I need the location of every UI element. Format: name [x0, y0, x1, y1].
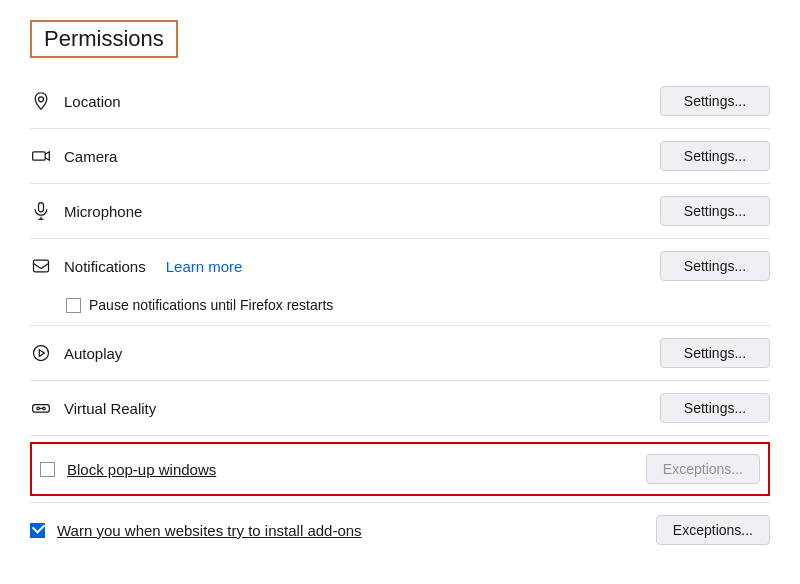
camera-row: Camera Settings... — [30, 131, 770, 181]
warn-addons-checkbox[interactable] — [30, 523, 45, 538]
vr-left: Virtual Reality — [30, 397, 156, 419]
autoplay-icon — [30, 342, 52, 364]
vr-row: Virtual Reality Settings... — [30, 383, 770, 433]
warn-addons-label: Warn you when websites try to install ad… — [57, 522, 362, 539]
location-label: Location — [64, 93, 121, 110]
vr-settings-button[interactable]: Settings... — [660, 393, 770, 423]
block-popup-exceptions-button[interactable]: Exceptions... — [646, 454, 760, 484]
svg-point-10 — [43, 407, 46, 410]
notifications-settings-button[interactable]: Settings... — [660, 251, 770, 281]
vr-label: Virtual Reality — [64, 400, 156, 417]
camera-icon — [30, 145, 52, 167]
autoplay-left: Autoplay — [30, 342, 122, 364]
autoplay-row: Autoplay Settings... — [30, 328, 770, 378]
pause-notifications-container: Pause notifications until Firefox restar… — [66, 297, 333, 313]
vr-icon — [30, 397, 52, 419]
microphone-label: Microphone — [64, 203, 142, 220]
svg-point-6 — [34, 346, 49, 361]
page-title: Permissions — [30, 20, 178, 58]
autoplay-label: Autoplay — [64, 345, 122, 362]
block-popup-row: Block pop-up windows Exceptions... — [30, 442, 770, 496]
microphone-settings-button[interactable]: Settings... — [660, 196, 770, 226]
block-popup-checkbox[interactable] — [40, 462, 55, 477]
svg-rect-5 — [34, 260, 49, 272]
microphone-left: Microphone — [30, 200, 142, 222]
notifications-row: Notifications Learn more Settings... — [30, 241, 770, 291]
svg-rect-2 — [39, 203, 44, 212]
warn-addons-left: Warn you when websites try to install ad… — [30, 522, 362, 539]
notifications-label: Notifications — [64, 258, 146, 275]
svg-marker-7 — [39, 350, 44, 357]
location-row: Location Settings... — [30, 76, 770, 126]
learn-more-link[interactable]: Learn more — [166, 258, 243, 275]
svg-point-0 — [39, 97, 44, 102]
pause-notifications-row: Pause notifications until Firefox restar… — [30, 291, 770, 323]
camera-left: Camera — [30, 145, 117, 167]
svg-rect-1 — [33, 152, 46, 160]
camera-label: Camera — [64, 148, 117, 165]
svg-point-9 — [37, 407, 40, 410]
pause-notifications-checkbox[interactable] — [66, 298, 81, 313]
microphone-icon — [30, 200, 52, 222]
block-popup-left: Block pop-up windows — [40, 461, 216, 478]
location-icon — [30, 90, 52, 112]
autoplay-settings-button[interactable]: Settings... — [660, 338, 770, 368]
camera-settings-button[interactable]: Settings... — [660, 141, 770, 171]
block-popup-label: Block pop-up windows — [67, 461, 216, 478]
notifications-left: Notifications Learn more — [30, 255, 242, 277]
location-settings-button[interactable]: Settings... — [660, 86, 770, 116]
warn-addons-exceptions-button[interactable]: Exceptions... — [656, 515, 770, 545]
warn-addons-row: Warn you when websites try to install ad… — [30, 505, 770, 555]
pause-notifications-label: Pause notifications until Firefox restar… — [89, 297, 333, 313]
microphone-row: Microphone Settings... — [30, 186, 770, 236]
location-left: Location — [30, 90, 121, 112]
notifications-icon — [30, 255, 52, 277]
